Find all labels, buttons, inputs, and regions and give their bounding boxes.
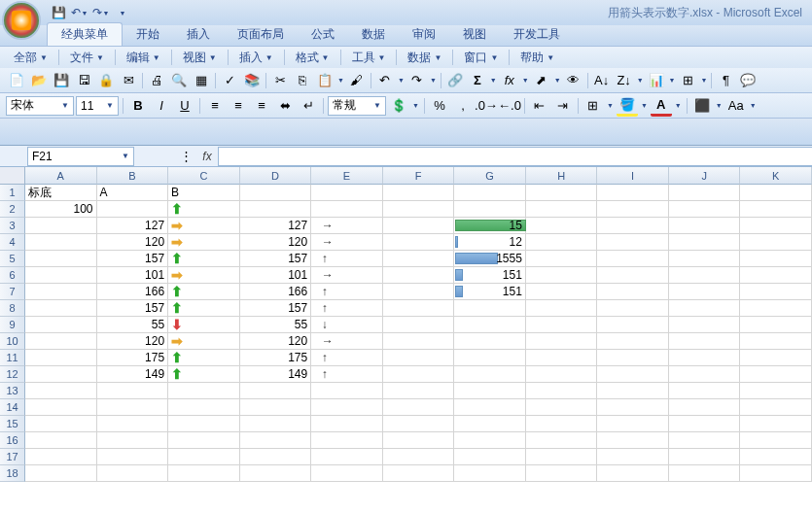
number-format-combo[interactable]: 常规▼ — [328, 96, 386, 116]
row-header-9[interactable]: 9 — [0, 317, 25, 333]
cell-B8[interactable]: 157 — [97, 300, 169, 317]
cell-I11[interactable] — [597, 350, 669, 366]
cell-J12[interactable] — [669, 366, 741, 383]
cell-H12[interactable] — [526, 366, 598, 383]
print-icon[interactable]: 🖨 — [146, 70, 167, 91]
cell-A3[interactable] — [25, 218, 97, 234]
cell-F10[interactable] — [383, 333, 455, 350]
cell-G5[interactable]: 1555 — [454, 251, 526, 267]
cell-C13[interactable] — [168, 383, 240, 399]
cell-D10[interactable]: 120→ — [240, 333, 312, 350]
cell-A16[interactable] — [25, 432, 97, 449]
format-painter-icon[interactable]: 🖌 — [346, 70, 368, 91]
mail-icon[interactable]: ✉ — [118, 70, 139, 91]
cell-K10[interactable] — [740, 333, 812, 350]
cell-C9[interactable]: ⬇ — [168, 317, 240, 333]
cell-C16[interactable] — [168, 432, 240, 449]
cell-D1[interactable] — [240, 185, 312, 201]
cell-D15[interactable] — [240, 416, 312, 432]
qat-more-icon[interactable]: ▼ — [113, 3, 132, 22]
copy-icon[interactable]: ⎘ — [292, 70, 313, 91]
cell-I1[interactable] — [597, 185, 669, 201]
cell-E1[interactable] — [311, 185, 383, 201]
cell-C12[interactable]: ⬆ — [168, 366, 240, 383]
cell-B6[interactable]: 101 — [97, 267, 169, 284]
underline-icon[interactable]: U — [174, 95, 195, 117]
cell-K1[interactable] — [740, 185, 812, 201]
cell-D8[interactable]: 157↑ — [240, 300, 312, 317]
cell-K2[interactable] — [740, 201, 812, 218]
cell-J2[interactable] — [669, 201, 741, 218]
row-header-2[interactable]: 2 — [0, 201, 25, 218]
cell-E16[interactable] — [311, 432, 383, 449]
cell-B12[interactable]: 149 — [97, 366, 169, 383]
saveas-icon[interactable]: 🖫 — [73, 70, 94, 91]
namebox-split-icon[interactable]: ⋮ — [175, 146, 196, 167]
cell-G2[interactable] — [454, 201, 526, 218]
cell-K5[interactable] — [740, 251, 812, 267]
cell-E9[interactable] — [311, 317, 383, 333]
cell-F16[interactable] — [383, 432, 455, 449]
col-header-J[interactable]: J — [669, 167, 741, 185]
menu-all[interactable]: 全部▼ — [8, 50, 53, 66]
cell-C2[interactable]: ⬆ — [168, 201, 240, 218]
save-icon[interactable]: 💾 — [49, 3, 68, 22]
redo-icon[interactable]: ↷▼ — [91, 3, 111, 22]
cell-J15[interactable] — [669, 416, 741, 432]
cell-K7[interactable] — [740, 284, 812, 300]
cell-H2[interactable] — [526, 201, 598, 218]
cell-J17[interactable] — [669, 449, 741, 465]
tab-review[interactable]: 审阅 — [399, 23, 449, 46]
cell-I17[interactable] — [597, 449, 669, 465]
cell-C17[interactable] — [168, 449, 240, 465]
row-header-10[interactable]: 10 — [0, 333, 25, 350]
cell-F15[interactable] — [383, 416, 455, 432]
cell-B18[interactable] — [97, 465, 169, 482]
cell-G7[interactable]: 151 — [454, 284, 526, 300]
cell-I4[interactable] — [597, 234, 669, 251]
fx-icon[interactable]: fx — [499, 70, 520, 91]
cell-F14[interactable] — [383, 399, 455, 416]
cell-C11[interactable]: ⬆ — [168, 350, 240, 366]
cell-F4[interactable] — [383, 234, 455, 251]
cell-B16[interactable] — [97, 432, 169, 449]
cell-J7[interactable] — [669, 284, 741, 300]
cell-F3[interactable] — [383, 218, 455, 234]
cell-J11[interactable] — [669, 350, 741, 366]
cell-K18[interactable] — [740, 465, 812, 482]
cell-E17[interactable] — [311, 449, 383, 465]
cell-H1[interactable] — [526, 185, 598, 201]
undo-icon[interactable]: ↶▼ — [70, 3, 89, 22]
cell-B5[interactable]: 157 — [97, 251, 169, 267]
cell-D18[interactable] — [240, 465, 312, 482]
col-header-B[interactable]: B — [97, 167, 169, 185]
office-button[interactable] — [2, 1, 41, 40]
cell-E5[interactable] — [311, 251, 383, 267]
borders-icon[interactable]: ⊞ — [583, 95, 604, 117]
cell-K6[interactable] — [740, 267, 812, 284]
cell-E3[interactable] — [311, 218, 383, 234]
cell-B4[interactable]: 120 — [97, 234, 169, 251]
cell-G1[interactable] — [454, 185, 526, 201]
cell-F8[interactable] — [383, 300, 455, 317]
dec-decimal-icon[interactable]: ←.0 — [499, 95, 520, 117]
cell-C1[interactable]: B — [168, 185, 240, 201]
bold-icon[interactable]: B — [127, 95, 149, 117]
cell-G10[interactable] — [454, 333, 526, 350]
fx-icon[interactable]: fx — [196, 147, 218, 166]
condformat-icon[interactable]: ⬛ — [691, 95, 713, 117]
cell-J3[interactable] — [669, 218, 741, 234]
cell-I13[interactable] — [597, 383, 669, 399]
cell-B15[interactable] — [97, 416, 169, 432]
cell-A8[interactable] — [25, 300, 97, 317]
cell-A2[interactable]: 100 — [25, 201, 97, 218]
undo-icon[interactable]: ↶ — [374, 70, 396, 91]
cell-B14[interactable] — [97, 399, 169, 416]
cell-H10[interactable] — [526, 333, 598, 350]
cell-H6[interactable] — [526, 267, 598, 284]
menu-tools[interactable]: 工具▼ — [346, 50, 392, 66]
col-header-G[interactable]: G — [454, 167, 526, 185]
cell-J16[interactable] — [669, 432, 741, 449]
cell-G12[interactable] — [454, 366, 526, 383]
col-header-F[interactable]: F — [383, 167, 455, 185]
